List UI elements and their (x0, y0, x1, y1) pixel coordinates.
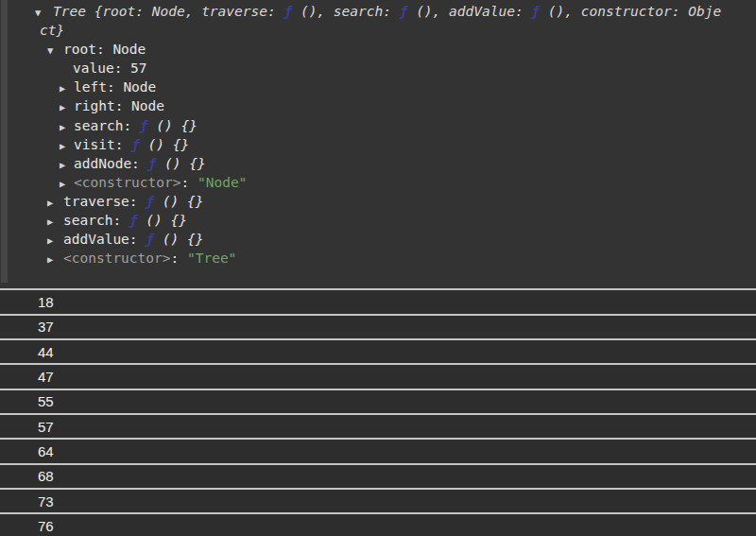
tree-line: ct} (0, 21, 756, 40)
tree-text: : (181, 175, 198, 190)
tree-text: () {} (154, 194, 203, 209)
tree-line[interactable]: ▶search: ƒ () {} (0, 116, 756, 135)
log-value: 64 (38, 443, 54, 459)
console-log-row: 55 (0, 389, 756, 413)
tree-line[interactable]: ▶<constructor>: "Node" (0, 173, 756, 192)
console-log-row: 64 (0, 438, 756, 462)
tree-line: value: 57 (0, 59, 756, 78)
tree-text: addValue: (63, 232, 146, 247)
tree-text: traverse: (63, 194, 146, 209)
function-symbol: ƒ (129, 213, 138, 228)
console-log-row: 37 (0, 314, 756, 338)
log-value: 76 (38, 518, 54, 534)
tree-line[interactable]: ▶<constructor>: "Tree" (0, 249, 756, 268)
console-log-row: 76 (0, 512, 756, 536)
tree-text: () {} (154, 232, 203, 247)
tree-line[interactable]: ▶addValue: ƒ () {} (0, 230, 756, 249)
function-symbol: ƒ (146, 194, 154, 209)
tree-text: () {} (156, 156, 205, 171)
collapsed-arrow-icon[interactable]: ▶ (60, 174, 74, 193)
tree-text: (), addValue: (407, 4, 531, 19)
log-value: 55 (38, 393, 54, 409)
tree-text: Tree {root: Node, traverse: (53, 4, 284, 19)
tree-text: (), search: (292, 4, 400, 19)
tree-text: () {} (148, 118, 198, 133)
console-log-row: 44 (0, 338, 756, 363)
log-value: 73 (38, 493, 54, 510)
tree-line[interactable]: ▶left: Node (0, 78, 756, 96)
tree-line[interactable]: ▶right: Node (0, 96, 756, 115)
function-symbol: ƒ (148, 156, 157, 171)
tree-text: "Tree" (187, 251, 236, 266)
log-value: 37 (38, 319, 54, 335)
object-tree: ▼Tree {root: Node, traverse: ƒ (), searc… (0, 0, 756, 268)
tree-line[interactable]: ▶addNode: ƒ () {} (0, 154, 756, 173)
function-symbol: ƒ (131, 137, 140, 152)
function-symbol: ƒ (531, 4, 540, 19)
function-symbol: ƒ (284, 4, 292, 19)
console-log-list: 18374447555764687376 (0, 288, 756, 536)
tree-line[interactable]: ▼Tree {root: Node, traverse: ƒ (), searc… (0, 2, 756, 21)
tree-text: right: Node (74, 98, 164, 113)
console-log-row: 47 (0, 363, 756, 388)
log-value: 44 (38, 344, 54, 360)
console-log-row: 57 (0, 413, 756, 438)
console-log-row: 18 (0, 288, 756, 313)
log-value: 47 (38, 369, 54, 385)
collapsed-arrow-icon[interactable]: ▶ (60, 78, 74, 97)
console-log-row: 73 (0, 488, 756, 512)
tree-text: addNode: (74, 156, 148, 171)
collapsed-arrow-icon[interactable]: ▶ (60, 136, 74, 155)
log-value: 18 (38, 294, 54, 310)
function-symbol: ƒ (146, 232, 154, 247)
function-symbol: ƒ (140, 118, 148, 133)
tree-text: <constructor> (63, 251, 171, 266)
console-log-row: 68 (0, 463, 756, 488)
tree-text: ct} (40, 23, 64, 38)
tree-text: "Node" (198, 175, 247, 190)
tree-line[interactable]: ▶traverse: ƒ () {} (0, 192, 756, 211)
tree-text: () {} (138, 213, 187, 228)
collapsed-arrow-icon[interactable]: ▶ (47, 193, 63, 212)
tree-text: : (171, 251, 187, 266)
log-value: 68 (38, 468, 54, 484)
collapsed-arrow-icon[interactable]: ▶ (60, 117, 74, 136)
tree-text: (), constructor: Obje (540, 4, 721, 19)
collapsed-arrow-icon[interactable]: ▶ (47, 231, 63, 250)
tree-text: value: 57 (73, 61, 147, 76)
tree-text: search: (74, 118, 140, 133)
collapsed-arrow-icon[interactable]: ▶ (60, 155, 74, 174)
tree-text: <constructor> (74, 175, 181, 190)
collapsed-arrow-icon[interactable]: ▶ (60, 97, 74, 116)
devtools-console: ▼Tree {root: Node, traverse: ƒ (), searc… (0, 0, 756, 536)
expanded-arrow-icon[interactable]: ▼ (47, 41, 63, 60)
tree-line[interactable]: ▶search: ƒ () {} (0, 211, 756, 230)
tree-text: visit: (74, 137, 131, 152)
tree-text: left: Node (74, 79, 156, 95)
tree-line[interactable]: ▼root: Node (0, 40, 756, 59)
tree-text: search: (63, 213, 129, 228)
collapsed-arrow-icon[interactable]: ▶ (47, 212, 63, 231)
tree-text: () {} (140, 137, 189, 152)
expanded-arrow-icon[interactable]: ▼ (35, 3, 53, 22)
collapsed-arrow-icon[interactable]: ▶ (47, 250, 63, 268)
tree-text: root: Node (63, 42, 146, 57)
log-value: 57 (38, 419, 54, 435)
tree-line[interactable]: ▶visit: ƒ () {} (0, 135, 756, 154)
